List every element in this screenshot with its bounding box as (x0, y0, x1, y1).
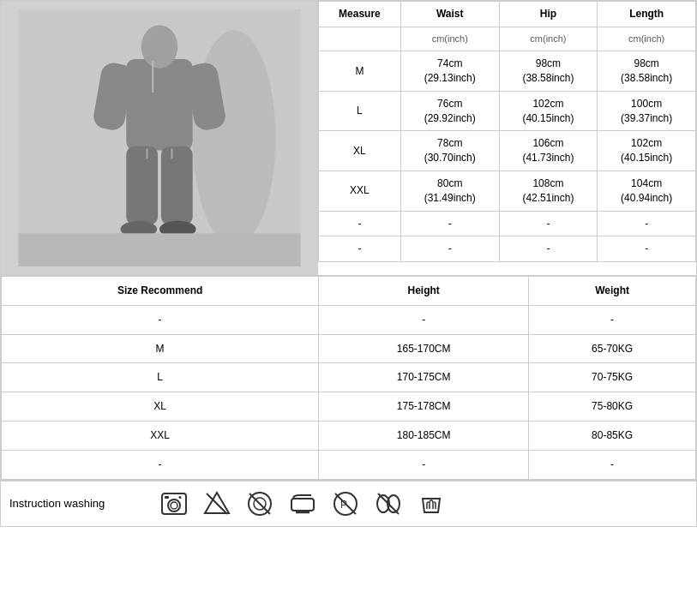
rec-weight-cell: 65-70KG (529, 334, 696, 363)
washing-icons: P (159, 488, 447, 519)
size-measurement-table: Measure Waist Hip Length cm(inch) cm(inc… (318, 1, 696, 262)
svg-rect-7 (160, 147, 192, 225)
subheader-hip: cm(inch) (499, 27, 598, 51)
table-row: M165-170CM65-70KG (2, 334, 696, 363)
rec-height-cell: 170-175CM (319, 363, 529, 392)
hip-cell: 98cm (38.58inch) (499, 51, 598, 92)
size-table-container: Measure Waist Hip Length cm(inch) cm(inc… (318, 1, 696, 275)
size-cell: XL (319, 131, 401, 171)
svg-rect-17 (165, 496, 169, 499)
subheader-length: cm(inch) (598, 27, 696, 51)
machine-wash-icon (159, 488, 189, 519)
no-dry-clean-icon: P (330, 488, 361, 519)
hip-cell: 108cm (42.51inch) (499, 170, 598, 211)
hand-wash-icon (416, 488, 447, 519)
length-cell: 98cm (38.58inch) (598, 51, 696, 92)
svg-point-18 (179, 496, 182, 499)
rec-size-cell: XXL (2, 421, 319, 450)
subheader-measure (319, 27, 401, 51)
rec-height-cell: 180-185CM (319, 421, 529, 450)
hip-cell: - (499, 236, 598, 262)
rec-header-weight: Weight (529, 277, 696, 306)
table-row: --- (2, 450, 696, 479)
rec-height-cell: - (319, 305, 529, 334)
waist-cell: - (400, 211, 499, 236)
table-row: ---- (319, 236, 696, 262)
svg-point-16 (171, 502, 177, 509)
rec-size-cell: - (2, 305, 319, 334)
waist-cell: 80cm (31.49inch) (400, 170, 499, 211)
rec-weight-cell: 70-75KG (529, 363, 696, 392)
subheader-waist: cm(inch) (400, 27, 499, 51)
length-cell: 100cm (39.37inch) (598, 91, 696, 131)
svg-point-1 (192, 30, 275, 246)
waist-cell: 78cm (30.70inch) (400, 131, 499, 171)
rec-size-cell: M (2, 334, 319, 363)
table-row: ---- (319, 211, 696, 236)
svg-point-15 (168, 499, 180, 511)
rec-weight-cell: 80-85KG (529, 421, 696, 450)
washing-section: Instruction washing (1, 481, 696, 526)
size-cell: M (319, 51, 401, 92)
hip-cell: 106cm (41.73inch) (499, 131, 598, 171)
waist-cell: 74cm (29.13inch) (400, 51, 499, 92)
rec-header-size: Size Recommend (2, 277, 319, 306)
table-row: M74cm (29.13inch)98cm (38.58inch)98cm (3… (319, 51, 696, 92)
length-cell: - (598, 211, 696, 236)
hip-cell: 102cm (40.15inch) (499, 91, 598, 131)
table-row: L170-175CM70-75KG (2, 363, 696, 392)
svg-rect-6 (126, 147, 158, 225)
length-cell: 102cm (40.15inch) (598, 131, 696, 171)
length-cell: 104cm (40.94inch) (598, 170, 696, 211)
rec-weight-cell: - (529, 450, 696, 479)
length-cell: - (598, 236, 696, 262)
waist-cell: - (400, 236, 499, 262)
table-row: L76cm (29.92inch)102cm (40.15inch)100cm … (319, 91, 696, 131)
no-bleach-icon (201, 488, 232, 519)
rec-weight-cell: - (529, 305, 696, 334)
rec-height-cell: - (319, 450, 529, 479)
rec-size-cell: - (2, 450, 319, 479)
washing-label: Instruction washing (9, 497, 147, 510)
svg-line-23 (249, 493, 270, 514)
col-header-length: Length (598, 2, 696, 27)
size-cell: XXL (319, 170, 401, 211)
recommend-table: Size Recommend Height Weight ---M165-170… (1, 276, 696, 480)
size-cell: - (319, 236, 401, 262)
svg-rect-13 (18, 233, 300, 266)
svg-line-28 (335, 493, 356, 514)
svg-rect-2 (126, 59, 192, 150)
table-row: XL175-178CM75-80KG (2, 392, 696, 422)
rec-weight-cell: 75-80KG (529, 392, 696, 422)
size-cell: - (319, 211, 401, 236)
rec-size-cell: XL (2, 392, 319, 422)
rec-height-cell: 175-178CM (319, 392, 529, 422)
size-cell: L (319, 91, 401, 131)
rec-size-cell: L (2, 363, 319, 392)
table-row: XXL80cm (31.49inch)108cm (42.51inch)104c… (319, 170, 696, 211)
no-wring-icon (373, 488, 404, 519)
col-header-measure: Measure (319, 2, 401, 27)
col-header-hip: Hip (499, 2, 598, 27)
hip-cell: - (499, 211, 598, 236)
top-section: Measure Waist Hip Length cm(inch) cm(inc… (1, 1, 696, 276)
product-image (1, 1, 318, 275)
col-header-waist: Waist (400, 2, 499, 27)
table-row: --- (2, 305, 696, 334)
table-row: XXL180-185CM80-85KG (2, 421, 696, 450)
rec-height-cell: 165-170CM (319, 334, 529, 363)
svg-rect-24 (291, 499, 314, 511)
product-info-panel: Measure Waist Hip Length cm(inch) cm(inc… (0, 0, 697, 527)
rec-header-height: Height (319, 277, 529, 306)
iron-icon (287, 488, 318, 519)
recommend-section: Size Recommend Height Weight ---M165-170… (1, 276, 696, 481)
no-tumble-dry-icon (244, 488, 275, 519)
table-row: XL78cm (30.70inch)106cm (41.73inch)102cm… (319, 131, 696, 171)
waist-cell: 76cm (29.92inch) (400, 91, 499, 131)
svg-point-3 (141, 25, 177, 68)
